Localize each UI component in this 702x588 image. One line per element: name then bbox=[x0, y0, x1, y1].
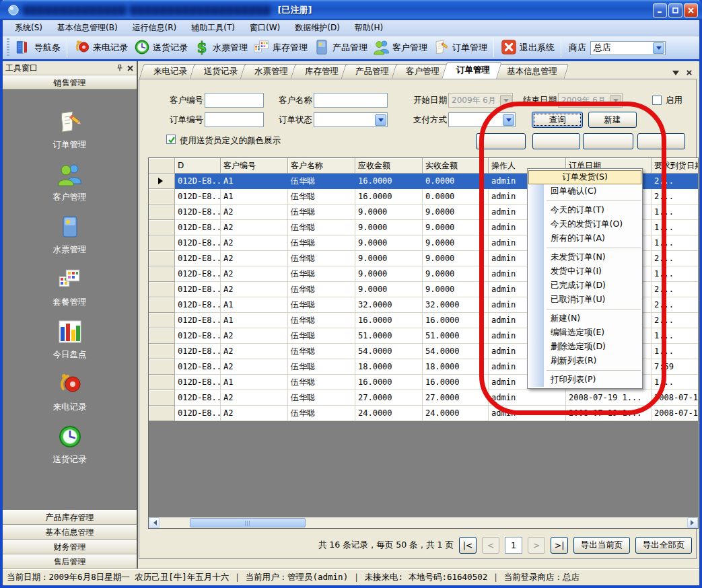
cell[interactable]: 012D-E8... bbox=[175, 282, 221, 297]
sidebar-item-3[interactable]: 套餐管理 bbox=[53, 266, 87, 308]
cell[interactable]: 0.0000 bbox=[423, 189, 489, 205]
new-button[interactable]: 新建 bbox=[588, 112, 637, 128]
customer-code-input[interactable] bbox=[205, 93, 264, 108]
cell[interactable]: 51.0000 bbox=[355, 328, 423, 344]
cell[interactable]: 012D-E8... bbox=[175, 344, 221, 359]
minimize-button[interactable] bbox=[653, 3, 667, 17]
cell[interactable]: 18.0000 bbox=[423, 359, 489, 375]
row-header-cell[interactable] bbox=[149, 344, 175, 359]
row-header-cell[interactable] bbox=[149, 251, 175, 266]
cell[interactable]: 伍华聪 bbox=[288, 282, 355, 297]
customer-name-input[interactable] bbox=[314, 93, 388, 108]
tab-产品管理[interactable]: 产品管理 bbox=[343, 64, 398, 79]
row-header-cell[interactable] bbox=[149, 174, 175, 189]
cell[interactable]: 012D-E8... bbox=[175, 205, 221, 220]
context-menu-item-12[interactable]: 新建(N) bbox=[528, 311, 642, 326]
context-menu-item-17[interactable]: 打印列表(P) bbox=[528, 373, 642, 387]
cell[interactable]: 1... bbox=[652, 344, 699, 359]
toolbar-button-5[interactable]: 产品管理 bbox=[310, 37, 370, 59]
cell[interactable]: 9.0000 bbox=[423, 205, 489, 220]
menu-item-3[interactable]: 辅助工具(T) bbox=[184, 21, 242, 35]
cell[interactable]: 27.0000 bbox=[423, 390, 489, 406]
column-header-0[interactable]: D bbox=[175, 158, 221, 174]
row-header-cell[interactable] bbox=[149, 390, 175, 406]
cell[interactable]: 1... bbox=[652, 328, 699, 344]
cell[interactable]: 1... bbox=[652, 235, 699, 251]
cell[interactable]: A2 bbox=[221, 251, 288, 266]
cell[interactable]: 2008-07-19 1... bbox=[566, 390, 652, 406]
tab-基本信息管理[interactable]: 基本信息管理 bbox=[495, 64, 567, 79]
scrollbar-thumb[interactable] bbox=[190, 518, 306, 527]
menu-item-4[interactable]: 窗口(W) bbox=[243, 21, 287, 35]
cell[interactable]: 2... bbox=[652, 313, 699, 328]
tab-来电记录[interactable]: 来电记录 bbox=[141, 64, 197, 79]
row-header-cell[interactable] bbox=[149, 235, 175, 251]
status-filter-cancelled[interactable] bbox=[637, 133, 685, 149]
row-header-cell[interactable] bbox=[149, 205, 175, 220]
table-row[interactable]: 012D-E8...A2伍华聪24.000024.0000admin2008-0… bbox=[149, 406, 698, 421]
cell[interactable]: 2... bbox=[652, 174, 699, 189]
cell[interactable]: 012D-E8... bbox=[175, 220, 221, 235]
cell[interactable]: 2008-07-19 1... bbox=[652, 390, 699, 406]
cell[interactable]: 54.0000 bbox=[423, 344, 489, 359]
row-header-cell[interactable] bbox=[149, 375, 175, 390]
order-code-input[interactable] bbox=[205, 112, 264, 127]
sidebar-item-2[interactable]: 水票管理 bbox=[53, 213, 87, 256]
column-header-4[interactable]: 实收金额 bbox=[423, 158, 489, 174]
cell[interactable]: 伍华聪 bbox=[288, 297, 355, 313]
column-header-2[interactable]: 客户名称 bbox=[288, 158, 355, 174]
enable-date-checkbox[interactable] bbox=[652, 96, 662, 105]
tab-订单管理[interactable]: 订单管理 bbox=[444, 62, 499, 79]
cell[interactable]: 012D-E8... bbox=[175, 359, 221, 375]
context-menu-item-7[interactable]: 未发货订单(N) bbox=[528, 250, 642, 264]
cell[interactable]: 9.0000 bbox=[355, 235, 423, 251]
cell[interactable]: 9.0000 bbox=[423, 220, 489, 235]
toolbar-grip[interactable] bbox=[7, 38, 9, 57]
context-menu-item-14[interactable]: 删除选定项(D) bbox=[528, 340, 642, 354]
context-menu-item-8[interactable]: 发货中订单(I) bbox=[528, 264, 642, 279]
row-header-cell[interactable] bbox=[149, 328, 175, 344]
cell[interactable]: 9.0000 bbox=[423, 235, 489, 251]
cell[interactable]: 012D-E8... bbox=[175, 375, 221, 390]
cell[interactable]: 012D-E8... bbox=[175, 406, 221, 421]
row-header-cell[interactable] bbox=[149, 220, 175, 235]
cell[interactable]: A1 bbox=[221, 375, 288, 390]
cell[interactable]: 012D-E8... bbox=[175, 251, 221, 266]
cell[interactable]: 32.0000 bbox=[355, 297, 423, 313]
cell[interactable]: A2 bbox=[221, 266, 288, 282]
cell[interactable]: 伍华聪 bbox=[288, 205, 355, 220]
context-menu-item-3[interactable]: 今天的订单(T) bbox=[528, 203, 642, 217]
status-filter-shipping[interactable] bbox=[532, 133, 580, 149]
cell[interactable]: 16.0000 bbox=[355, 313, 423, 328]
cell[interactable]: 2... bbox=[652, 189, 699, 205]
close-tool-window-icon[interactable] bbox=[127, 65, 134, 72]
cell[interactable]: 012D-E8... bbox=[175, 266, 221, 282]
context-menu-item-1[interactable]: 回单确认(C) bbox=[528, 184, 642, 198]
status-filter-unshipped[interactable] bbox=[476, 133, 526, 149]
context-menu-item-4[interactable]: 今天的发货订单(O) bbox=[528, 217, 642, 231]
cell[interactable]: 16.0000 bbox=[355, 174, 423, 189]
cell[interactable]: A2 bbox=[221, 406, 288, 421]
status-filter-completed[interactable] bbox=[583, 133, 633, 149]
cell[interactable]: 伍华聪 bbox=[288, 266, 355, 282]
cell[interactable]: 9.0000 bbox=[423, 282, 489, 297]
cell[interactable]: 24.0000 bbox=[423, 406, 489, 421]
sidebar-item-4[interactable]: 今日盘点 bbox=[53, 318, 87, 361]
cell[interactable]: 27.0000 bbox=[355, 390, 423, 406]
horizontal-scrollbar[interactable] bbox=[149, 517, 698, 528]
cell[interactable]: 18.0000 bbox=[355, 359, 423, 375]
toolbar-button-7[interactable]: 订单管理 bbox=[430, 37, 490, 59]
cell[interactable]: 伍华聪 bbox=[288, 220, 355, 235]
column-header-7[interactable]: 要求到货日期 bbox=[652, 158, 699, 174]
toolbar-button-4[interactable]: 库存管理 bbox=[250, 37, 310, 59]
cell[interactable]: 9.0000 bbox=[355, 282, 423, 297]
tab-水票管理[interactable]: 水票管理 bbox=[242, 64, 297, 79]
cell[interactable]: 1... bbox=[652, 266, 699, 282]
sidebar-item-5[interactable]: 来电记录 bbox=[53, 371, 87, 413]
toolbar-button-6[interactable]: 客户管理 bbox=[370, 37, 430, 59]
menu-item-1[interactable]: 基本信息管理(B) bbox=[50, 21, 125, 35]
cell[interactable]: A2 bbox=[221, 390, 288, 406]
toolbar-button-2[interactable]: 送货记录 bbox=[131, 37, 190, 59]
cell[interactable]: 7:59 bbox=[652, 359, 699, 375]
cell[interactable]: A2 bbox=[221, 359, 288, 375]
